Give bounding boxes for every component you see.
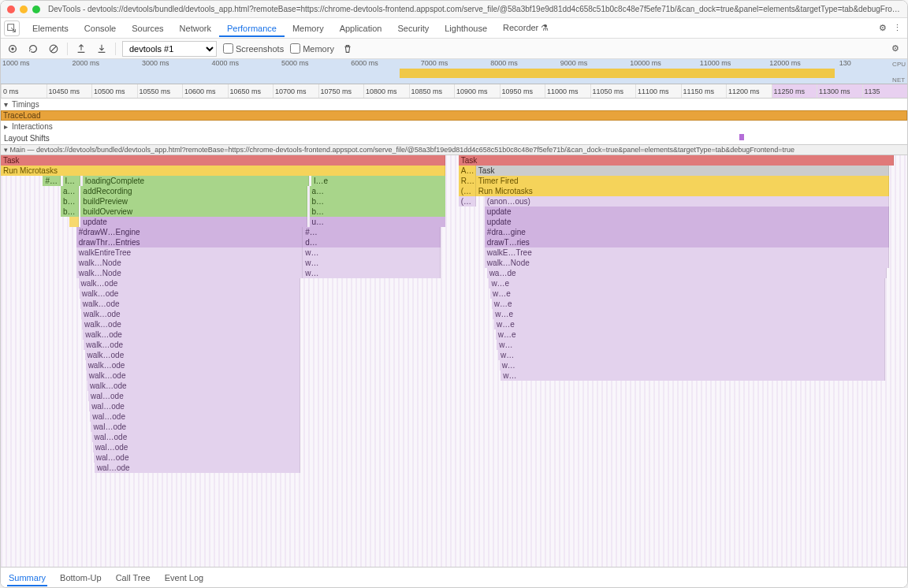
flame-walk-node[interactable]: w… bbox=[500, 360, 885, 370]
tab-memory[interactable]: Memory bbox=[285, 20, 332, 37]
download-icon[interactable] bbox=[95, 42, 109, 56]
tab-network[interactable]: Network bbox=[172, 20, 219, 37]
tab-sources[interactable]: Sources bbox=[124, 20, 171, 37]
flame-run-microtasks[interactable]: Run Microtasks bbox=[1, 166, 445, 176]
flame-walk-node[interactable]: walk…ode bbox=[86, 360, 301, 370]
minimize-icon[interactable] bbox=[20, 6, 28, 13]
cpu-activity-bar bbox=[400, 69, 835, 78]
flame-walk-node[interactable]: w… bbox=[497, 340, 884, 350]
flame-walk-node[interactable]: walk…ode bbox=[79, 278, 301, 288]
flame-walk-node[interactable]: walk…ode bbox=[85, 350, 301, 360]
flame-task[interactable]: Task bbox=[1, 155, 445, 166]
performance-toolbar: devtools #1 Screenshots Memory ⚙ bbox=[1, 39, 907, 59]
tab-summary[interactable]: Summary bbox=[7, 569, 47, 586]
memory-checkbox[interactable]: Memory bbox=[290, 43, 334, 54]
flame-walk-node[interactable]: w…e bbox=[492, 299, 885, 309]
flame-walk-node[interactable]: walk…ode bbox=[81, 309, 300, 319]
svg-point-2 bbox=[11, 47, 14, 50]
upload-icon[interactable] bbox=[74, 42, 88, 56]
flame-timer-fired[interactable]: Timer Fired bbox=[476, 176, 889, 186]
tab-application[interactable]: Application bbox=[332, 20, 390, 37]
flame-walk-node[interactable]: wal…ode bbox=[90, 411, 300, 422]
tracks-section: ▾Timings TraceLoad ▸Interactions Layout … bbox=[1, 99, 907, 155]
tab-lighthouse[interactable]: Lighthouse bbox=[437, 20, 495, 37]
layout-shift-marker[interactable] bbox=[739, 134, 744, 140]
settings-gear-icon[interactable]: ⚙ bbox=[888, 42, 902, 56]
tab-console[interactable]: Console bbox=[76, 20, 124, 37]
clear-icon[interactable] bbox=[47, 42, 61, 56]
flame-loading-complete[interactable]: loadingComplete bbox=[83, 176, 309, 186]
flame-walk-node[interactable]: w…e bbox=[490, 288, 885, 299]
maximize-icon[interactable] bbox=[32, 6, 40, 13]
settings-icon[interactable]: ⚙ bbox=[876, 23, 890, 33]
tab-elements[interactable]: Elements bbox=[24, 20, 76, 37]
record-icon[interactable] bbox=[6, 42, 20, 56]
flame-walk-node[interactable]: walk…ode bbox=[84, 340, 300, 350]
flame-chart[interactable]: Task Run Microtasks #r…s l…e loadingComp… bbox=[1, 155, 907, 567]
tab-call-tree[interactable]: Call Tree bbox=[114, 569, 152, 586]
tab-event-log[interactable]: Event Log bbox=[163, 569, 206, 586]
flame-walk-node[interactable]: w… bbox=[501, 370, 884, 381]
screenshots-checkbox[interactable]: Screenshots bbox=[223, 43, 284, 54]
trace-event-traceload[interactable]: TraceLoad bbox=[1, 110, 907, 121]
flame-walk-node[interactable]: wal…ode bbox=[95, 463, 300, 473]
overview-lane-labels: CPU NET bbox=[892, 61, 906, 84]
flame-walk-node[interactable]: walk…ode bbox=[87, 381, 300, 391]
track-timings[interactable]: ▾Timings bbox=[1, 99, 907, 110]
flame-walk-node[interactable]: wal…ode bbox=[88, 391, 300, 401]
flame-walk-node[interactable]: walk…ode bbox=[82, 319, 300, 329]
track-layout-shifts[interactable]: Layout Shifts bbox=[1, 132, 907, 144]
more-icon[interactable]: ⋮ bbox=[890, 23, 904, 33]
flame-walk-node[interactable]: walk…ode bbox=[83, 329, 300, 340]
tab-bottom-up[interactable]: Bottom-Up bbox=[58, 569, 103, 586]
timeline-ruler[interactable]: 0 ms10450 ms10500 ms10550 ms10600 ms1065… bbox=[1, 84, 907, 99]
svg-line-4 bbox=[51, 46, 57, 51]
tab-performance[interactable]: Performance bbox=[219, 20, 285, 37]
flame-walk-node[interactable]: walk…ode bbox=[87, 370, 301, 381]
panel-tabs: Elements Console Sources Network Perform… bbox=[1, 18, 907, 39]
track-main[interactable]: ▾ Main — devtools://devtools/bundled/dev… bbox=[1, 144, 907, 155]
flame-walk-node[interactable]: w…e bbox=[494, 319, 885, 329]
flame-build-overview[interactable]: buildOverview bbox=[80, 207, 307, 217]
flame-walk-node[interactable]: w…e bbox=[496, 329, 885, 340]
flame-walk-node[interactable]: w…e bbox=[489, 278, 884, 288]
flame-walk-node[interactable]: wal…ode bbox=[92, 432, 301, 442]
titlebar: DevTools - devtools://devtools/bundled/d… bbox=[1, 1, 907, 18]
tab-recorder[interactable]: Recorder ⚗ bbox=[495, 19, 556, 37]
overview-minimap[interactable]: 1000 ms2000 ms3000 ms4000 ms5000 ms6000 … bbox=[1, 59, 907, 84]
flame-walk-node[interactable]: wal…ode bbox=[89, 401, 300, 411]
trash-icon[interactable] bbox=[340, 42, 355, 56]
flask-icon: ⚗ bbox=[541, 23, 549, 32]
close-icon[interactable] bbox=[7, 6, 15, 13]
window-controls[interactable] bbox=[7, 6, 40, 13]
flame-walk-node[interactable]: wal…ode bbox=[91, 422, 300, 432]
flame-walk-node[interactable]: walk…ode bbox=[80, 288, 301, 299]
tab-security[interactable]: Security bbox=[389, 20, 437, 37]
window-title: DevTools - devtools://devtools/bundled/d… bbox=[48, 5, 901, 13]
flame-add-recording[interactable]: addRecording bbox=[80, 186, 307, 196]
inspect-element-icon[interactable] bbox=[4, 20, 20, 36]
flame-walk-node[interactable]: wal…ode bbox=[93, 442, 301, 452]
flame-walk-node[interactable]: w… bbox=[498, 350, 885, 360]
flame-build-preview[interactable]: buildPreview bbox=[80, 196, 307, 207]
profile-select[interactable]: devtools #1 bbox=[122, 41, 217, 57]
flame-walk-node[interactable]: walk…ode bbox=[80, 299, 300, 309]
flame-update[interactable]: update bbox=[80, 217, 307, 227]
track-interactions[interactable]: ▸Interactions bbox=[1, 121, 907, 132]
reload-icon[interactable] bbox=[26, 42, 40, 56]
details-tabs: Summary Bottom-Up Call Tree Event Log bbox=[1, 567, 907, 587]
flame-walk-node[interactable]: w…e bbox=[493, 309, 884, 319]
flame-walk-node[interactable]: wal…ode bbox=[94, 452, 301, 463]
